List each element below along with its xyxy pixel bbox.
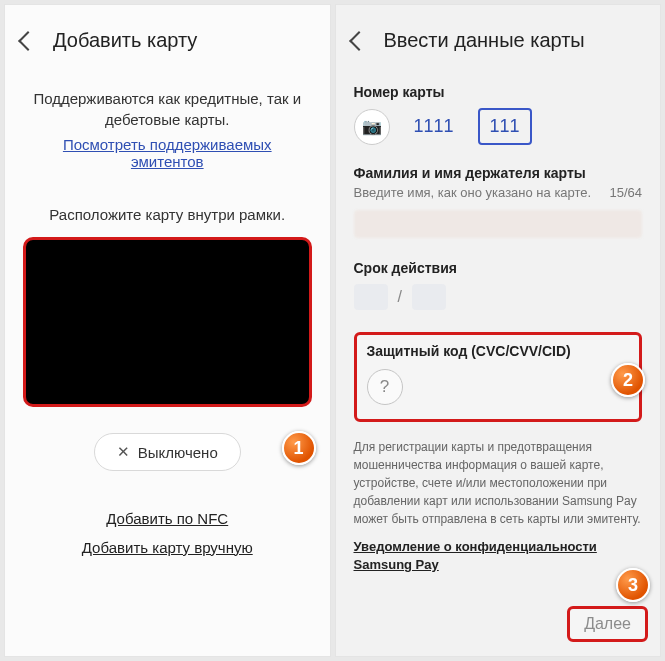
next-button[interactable]: Далее [567,606,648,642]
frame-hint: Расположите карту внутри рамки. [23,206,312,223]
expiry-label: Срок действия [354,260,643,276]
back-icon[interactable] [18,31,38,51]
cvc-block: Защитный код (CVC/CVV/CID) ? 2 [354,332,643,422]
annotation-badge-1: 1 [282,431,316,465]
issuers-link[interactable]: Посмотреть поддерживаемых эмитентов [23,136,312,170]
card-segment-1[interactable]: 1111 [404,110,464,143]
holder-input[interactable] [354,210,643,238]
header-row: Ввести данные карты [336,5,661,66]
expiry-separator: / [398,288,402,306]
next-label: Далее [584,615,631,632]
card-number-row: 📷 1111 111 [354,108,643,145]
holder-hint-row: Введите имя, как оно указано на карте. 1… [354,185,643,200]
camera-scan-button[interactable]: 📷 [354,109,390,145]
support-line2: дебетовые карты. [105,111,230,128]
issuers-link-l1: Посмотреть поддерживаемых [63,136,272,153]
flash-row: ✕ Выключено 1 [23,433,312,471]
issuers-link-l2: эмитентов [131,153,204,170]
expiry-year-input[interactable] [412,284,446,310]
support-line1: Поддерживаются как кредитные, так и [33,90,301,107]
add-nfc-link[interactable]: Добавить по NFC [106,510,228,527]
card-number-label: Номер карты [354,84,643,100]
header-row: Добавить карту [5,5,330,66]
cvc-label: Защитный код (CVC/CVV/CID) [367,343,630,359]
support-text: Поддерживаются как кредитные, так и дебе… [23,88,312,130]
flash-label: Выключено [138,444,218,461]
screen-add-card: Добавить карту Поддерживаются как кредит… [4,4,331,657]
char-counter: 15/64 [609,185,642,200]
annotation-badge-2: 2 [611,363,645,397]
back-icon[interactable] [349,31,369,51]
privacy-l2: Samsung Pay [354,557,439,572]
disclosure-text: Для регистрации карты и предотвращения м… [354,438,643,528]
right-content: Номер карты 📷 1111 111 Фамилия и имя дер… [336,66,661,656]
flash-off-icon: ✕ [117,443,130,461]
add-manual-link[interactable]: Добавить карту вручную [82,539,253,556]
camera-icon: 📷 [362,117,382,136]
cvc-help-button[interactable]: ? [367,369,403,405]
screen-enter-card: Ввести данные карты Номер карты 📷 1111 1… [335,4,662,657]
question-icon: ? [380,377,389,397]
expiry-row: / [354,284,643,310]
holder-label: Фамилия и имя держателя карты [354,165,643,181]
holder-hint: Введите имя, как оно указано на карте. [354,185,592,200]
card-scan-frame[interactable] [23,237,312,407]
privacy-link[interactable]: Уведомление о конфиденциальности Samsung… [354,538,643,574]
annotation-badge-3: 3 [616,568,650,602]
card-segment-2[interactable]: 111 [478,108,532,145]
privacy-l1: Уведомление о конфиденциальности [354,539,597,554]
header-title: Добавить карту [53,29,197,52]
header-title: Ввести данные карты [384,29,585,52]
alt-add-links: Добавить по NFC Добавить карту вручную [23,505,312,562]
expiry-month-input[interactable] [354,284,388,310]
left-content: Поддерживаются как кредитные, так и дебе… [5,66,330,656]
flash-toggle-button[interactable]: ✕ Выключено [94,433,241,471]
